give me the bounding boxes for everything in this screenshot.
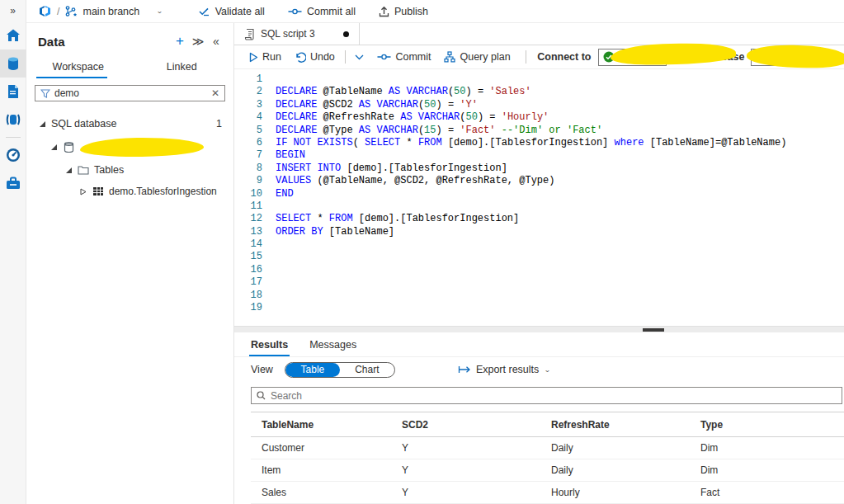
code-line[interactable]: 7BEGIN [234, 149, 844, 162]
tree-filter-box[interactable]: ✕ [35, 85, 225, 101]
connect-to-dropdown[interactable] [598, 49, 667, 66]
workspace-logo-icon[interactable] [38, 5, 52, 17]
view-toggle[interactable]: Table Chart [285, 362, 395, 378]
add-resource-icon[interactable]: + [171, 33, 189, 49]
tab-linked[interactable]: Linked [130, 56, 234, 78]
commit-icon [288, 7, 302, 16]
code-line[interactable]: 1 [234, 73, 844, 86]
expanded-caret-icon[interactable] [64, 167, 73, 174]
tree-filter-input[interactable] [54, 87, 207, 99]
collapse-panel-icon[interactable]: « [207, 35, 225, 48]
code-line[interactable]: 6IF NOT EXISTS( SELECT * FROM [demo].[Ta… [234, 137, 844, 149]
column-header[interactable]: TableName [251, 412, 391, 437]
code-line[interactable]: 16 [234, 264, 844, 276]
commit-icon [377, 52, 391, 62]
code-line[interactable]: 13ORDER BY [TableName] [234, 226, 844, 238]
branch-selector[interactable]: main branch ⌄ [64, 5, 163, 17]
run-label: Run [262, 51, 281, 63]
table-cell: Y [391, 459, 540, 482]
tab-messages[interactable]: Messages [309, 332, 356, 356]
tab-sql-script[interactable]: SQL script 3 [234, 23, 360, 45]
line-number: 3 [234, 99, 262, 111]
code-text: VALUES (@TableName, @SCD2, @RefreshRate,… [262, 175, 554, 187]
app-window: » [0, 0, 844, 504]
table-row[interactable]: CustomerYDailyDim [251, 437, 844, 459]
line-number: 7 [234, 149, 262, 162]
code-line[interactable]: 9VALUES (@TableName, @SCD2, @RefreshRate… [234, 175, 844, 187]
use-database-dropdown[interactable] [751, 49, 813, 66]
clear-filter-icon[interactable]: ✕ [211, 87, 219, 99]
code-line[interactable]: 4DECLARE @RefreshRate AS VARCHAR(50) = '… [234, 111, 844, 124]
connect-to-label: Connect to [537, 51, 591, 63]
sidebar-item-manage[interactable] [0, 169, 26, 197]
editor-toolbar: Run Undo [234, 45, 844, 69]
line-number: 11 [234, 200, 262, 213]
code-line[interactable]: 17 [234, 276, 844, 289]
column-header[interactable]: Type [690, 412, 844, 437]
table-row[interactable]: ItemYDailyDim [251, 459, 844, 482]
collapse-all-icon[interactable]: ≫︎ [189, 35, 207, 48]
expanded-caret-icon[interactable] [50, 144, 58, 151]
tab-results[interactable]: Results [251, 332, 288, 356]
editor-panel: SQL script 3 Run U [234, 23, 844, 504]
collapsed-caret-icon[interactable] [79, 188, 87, 195]
results-search-input[interactable] [271, 390, 837, 402]
chevron-down-icon: ⌄ [544, 366, 550, 374]
code-line[interactable]: 5DECLARE @Type AS VARCHAR(15) = 'Fact' -… [234, 125, 844, 137]
expand-rail-icon[interactable]: » [0, 0, 26, 21]
run-button[interactable]: Run [243, 45, 288, 68]
gauge-icon [5, 147, 21, 163]
code-line[interactable]: 14 [234, 238, 844, 251]
table-cell: Daily [540, 437, 690, 459]
tree-node-table[interactable]: demo.TablesforIngestion [26, 181, 233, 202]
validate-all-button[interactable]: Validate all [198, 6, 265, 17]
expanded-caret-icon[interactable] [38, 120, 46, 128]
sidebar-item-integrate[interactable] [0, 106, 26, 134]
sidebar-item-home[interactable] [0, 21, 26, 49]
database-icon [5, 55, 21, 72]
tab-workspace[interactable]: Workspace [26, 56, 130, 78]
commit-all-button[interactable]: Commit all [288, 6, 356, 17]
undo-button[interactable]: Undo [288, 45, 342, 68]
line-number: 18 [234, 290, 262, 302]
results-search-box[interactable] [251, 387, 842, 404]
table-cell: Y [391, 482, 540, 504]
query-plan-button[interactable]: Query plan [437, 45, 516, 68]
export-results-button[interactable]: Export results ⌄ [458, 364, 551, 375]
rail-divider [6, 137, 21, 138]
view-toggle-chart[interactable]: Chart [340, 363, 394, 377]
sql-code-editor[interactable]: 12DECLARE @TableName AS VARCHAR(50) = 'S… [234, 69, 844, 326]
publish-button[interactable]: Publish [379, 6, 428, 17]
sidebar-item-monitor[interactable] [0, 141, 26, 169]
code-text [262, 251, 276, 263]
document-icon [6, 83, 21, 100]
column-header[interactable]: SCD2 [391, 412, 540, 437]
code-line[interactable]: 10END [234, 188, 844, 200]
column-header[interactable]: RefreshRate [540, 412, 690, 437]
tree-node-label: Tables [94, 164, 124, 176]
more-actions-chevron[interactable] [348, 45, 370, 68]
line-number: 2 [234, 86, 262, 98]
view-toggle-table[interactable]: Table [285, 363, 340, 377]
redacted-database-name [80, 136, 204, 157]
code-line[interactable]: 3DECLARE @SCD2 AS VARCHAR(50) = 'Y' [234, 99, 844, 111]
code-text: DECLARE @Type AS VARCHAR(15) = 'Fact' --… [262, 125, 602, 137]
code-line[interactable]: 12SELECT * FROM [demo].[TablesforIngesti… [234, 213, 844, 225]
code-line[interactable]: 8INSERT INTO [demo].[TablesforIngestion] [234, 163, 844, 175]
tree-node-database[interactable] [26, 134, 233, 159]
sidebar-item-data[interactable] [0, 49, 26, 78]
code-line[interactable]: 19 [234, 302, 844, 314]
code-line[interactable]: 15 [234, 251, 844, 263]
splitter-grip-icon[interactable] [643, 328, 664, 332]
undo-label: Undo [310, 51, 335, 63]
code-line[interactable]: 18 [234, 290, 844, 302]
code-line[interactable]: 2DECLARE @TableName AS VARCHAR(50) = 'Sa… [234, 86, 844, 98]
table-row[interactable]: SalesYHourlyFact [251, 482, 844, 504]
code-line[interactable]: 11 [234, 200, 844, 213]
tree-node-tables-folder[interactable]: Tables [26, 159, 233, 181]
toolbar-separator [345, 50, 346, 64]
sidebar-item-develop[interactable] [0, 78, 26, 106]
tree-node-sql-database[interactable]: SQL database 1 [26, 113, 233, 134]
panel-splitter[interactable] [234, 326, 844, 332]
commit-button[interactable]: Commit [370, 45, 437, 68]
